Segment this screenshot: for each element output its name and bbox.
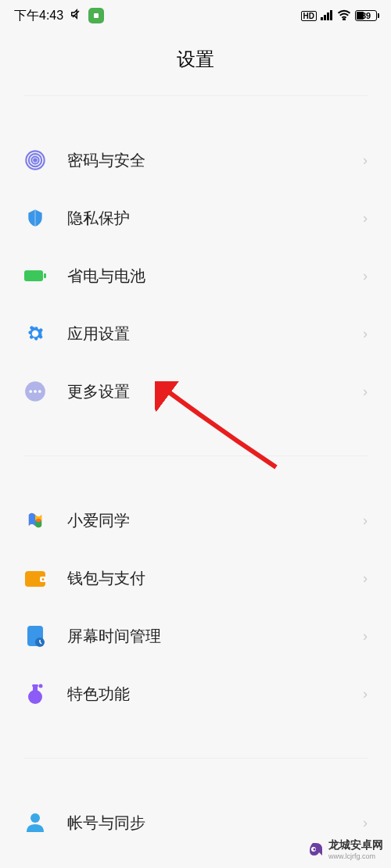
item-wallet[interactable]: 钱包与支付 › xyxy=(23,549,368,607)
svg-rect-2 xyxy=(321,17,323,20)
svg-point-17 xyxy=(38,390,41,393)
status-bar: 下午4:43 HD 39 xyxy=(0,0,391,31)
gear-icon xyxy=(23,322,47,345)
xiaoai-icon xyxy=(23,509,47,532)
mute-icon xyxy=(70,8,82,23)
item-label: 密码与安全 xyxy=(67,150,343,171)
item-label: 小爱同学 xyxy=(67,510,343,531)
chevron-right-icon: › xyxy=(363,628,368,645)
watermark-text: 龙城安卓网 xyxy=(328,838,383,852)
fingerprint-icon xyxy=(23,148,47,172)
chevron-right-icon: › xyxy=(363,384,368,400)
chevron-right-icon: › xyxy=(363,268,368,284)
item-label: 更多设置 xyxy=(67,381,343,402)
settings-group-1: 密码与安全 › 隐私保护 › 省电与电池 › 应用设置 › 更多设置 › xyxy=(0,131,391,420)
svg-rect-25 xyxy=(33,686,38,692)
item-label: 隐私保护 xyxy=(67,208,343,229)
item-special-features[interactable]: 特色功能 › xyxy=(23,665,368,723)
svg-point-13 xyxy=(33,331,38,337)
battery-icon xyxy=(23,264,47,288)
svg-rect-26 xyxy=(32,684,38,687)
item-battery[interactable]: 省电与电池 › xyxy=(23,247,368,305)
hd-icon: HD xyxy=(301,11,317,21)
flask-icon xyxy=(23,682,47,705)
item-app-settings[interactable]: 应用设置 › xyxy=(23,305,368,363)
item-more-settings[interactable]: 更多设置 › xyxy=(23,363,368,420)
signal-icon xyxy=(321,9,333,23)
chevron-right-icon: › xyxy=(363,513,368,529)
status-left: 下午4:43 xyxy=(14,8,104,24)
item-screen-time[interactable]: 屏幕时间管理 › xyxy=(23,607,368,665)
svg-point-32 xyxy=(314,848,316,851)
item-label: 特色功能 xyxy=(67,684,343,705)
status-time: 下午4:43 xyxy=(14,8,63,24)
svg-rect-5 xyxy=(330,10,332,20)
item-password-security[interactable]: 密码与安全 › xyxy=(23,131,368,189)
svg-point-16 xyxy=(34,390,37,393)
chevron-right-icon: › xyxy=(363,326,368,342)
chevron-right-icon: › xyxy=(363,815,368,831)
svg-point-15 xyxy=(29,390,32,393)
app-badge-icon xyxy=(88,8,104,23)
dots-icon xyxy=(23,380,47,403)
svg-point-27 xyxy=(30,813,40,823)
svg-line-0 xyxy=(73,11,79,17)
chevron-right-icon: › xyxy=(363,570,368,587)
item-label: 省电与电池 xyxy=(67,266,343,287)
account-icon xyxy=(23,811,47,834)
svg-rect-11 xyxy=(24,270,43,281)
shield-icon xyxy=(23,206,47,230)
svg-rect-12 xyxy=(44,273,46,278)
item-label: 应用设置 xyxy=(67,323,343,345)
chevron-right-icon: › xyxy=(363,152,368,169)
svg-rect-1 xyxy=(94,13,99,18)
screentime-icon xyxy=(23,624,47,648)
item-xiaoai[interactable]: 小爱同学 › xyxy=(23,491,368,549)
chevron-right-icon: › xyxy=(363,686,368,702)
page-title: 设置 xyxy=(0,31,391,95)
svg-rect-4 xyxy=(327,13,329,20)
settings-group-2: 小爱同学 › 钱包与支付 › 屏幕时间管理 › 特色功能 › xyxy=(0,491,391,723)
item-privacy[interactable]: 隐私保护 › xyxy=(23,189,368,247)
battery-percent: 39 xyxy=(361,11,371,20)
item-label: 帐号与同步 xyxy=(67,813,343,834)
wallet-icon xyxy=(23,566,47,590)
svg-point-10 xyxy=(34,159,37,162)
status-right: HD 39 xyxy=(301,9,377,23)
svg-point-23 xyxy=(39,684,43,688)
chevron-right-icon: › xyxy=(363,210,368,227)
wifi-icon xyxy=(337,9,351,23)
svg-point-20 xyxy=(42,578,45,580)
battery-icon: 39 xyxy=(355,10,377,21)
watermark: 龙城安卓网 www.lcjrfg.com xyxy=(307,838,383,860)
watermark-logo-icon xyxy=(307,840,325,859)
item-label: 屏幕时间管理 xyxy=(67,626,343,647)
item-label: 钱包与支付 xyxy=(67,568,343,589)
svg-point-6 xyxy=(343,18,345,20)
svg-rect-3 xyxy=(324,15,326,20)
watermark-url: www.lcjrfg.com xyxy=(328,852,383,860)
